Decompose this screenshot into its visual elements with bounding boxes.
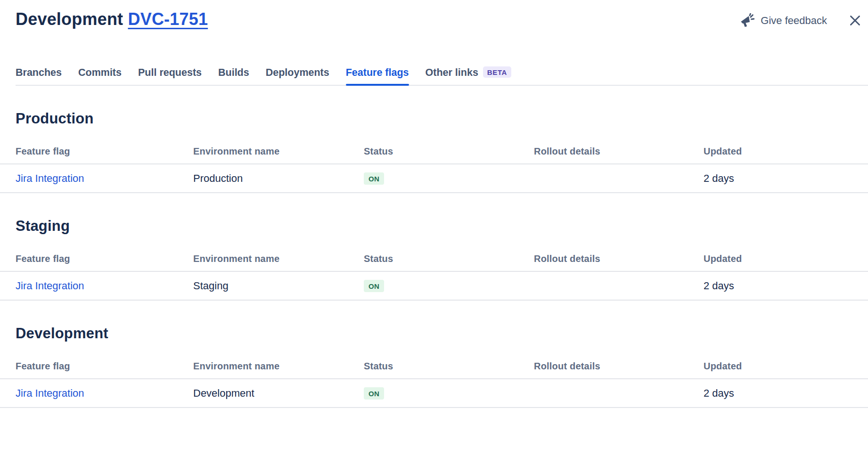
page-title-text: Development bbox=[16, 9, 123, 29]
table-row: Jira Integration Production ON 2 days bbox=[0, 164, 868, 193]
feature-flag-link[interactable]: Jira Integration bbox=[16, 280, 84, 292]
table-row: Jira Integration Staging ON 2 days bbox=[0, 271, 868, 300]
page-title: Development DVC-1751 bbox=[16, 8, 208, 30]
status-cell: ON bbox=[364, 164, 534, 193]
feature-flags-content: Production Feature flag Environment name… bbox=[0, 109, 868, 408]
column-header-environment-name: Environment name bbox=[193, 343, 364, 379]
beta-badge: BETA bbox=[483, 66, 511, 78]
issue-key-link[interactable]: DVC-1751 bbox=[128, 9, 208, 29]
tab-label: Feature flags bbox=[346, 67, 409, 79]
status-badge: ON bbox=[364, 280, 384, 292]
tab-deployments[interactable]: Deployments bbox=[266, 67, 329, 85]
status-badge: ON bbox=[364, 387, 384, 400]
column-header-rollout-details: Rollout details bbox=[534, 128, 704, 164]
environment-name-cell: Staging bbox=[193, 271, 364, 300]
column-header-updated: Updated bbox=[704, 236, 868, 271]
environment-name-cell: Production bbox=[193, 164, 364, 193]
dev-panel-tabs: Branches Commits Pull requests Builds De… bbox=[16, 67, 868, 86]
environment-name-cell: Development bbox=[193, 379, 364, 408]
feature-flag-cell: Jira Integration bbox=[0, 164, 193, 193]
tab-branches[interactable]: Branches bbox=[16, 67, 62, 85]
column-header-status: Status bbox=[364, 343, 534, 379]
column-header-environment-name: Environment name bbox=[193, 128, 364, 164]
close-button[interactable] bbox=[847, 12, 863, 29]
tab-label: Commits bbox=[78, 67, 122, 79]
status-badge: ON bbox=[364, 172, 384, 185]
feature-flag-cell: Jira Integration bbox=[0, 379, 193, 408]
status-cell: ON bbox=[364, 271, 534, 300]
column-header-feature-flag: Feature flag bbox=[0, 128, 193, 164]
give-feedback-label: Give feedback bbox=[761, 15, 827, 27]
feature-flag-cell: Jira Integration bbox=[0, 271, 193, 300]
environment-section: Development Feature flag Environment nam… bbox=[0, 324, 868, 408]
status-cell: ON bbox=[364, 379, 534, 408]
column-header-feature-flag: Feature flag bbox=[0, 236, 193, 271]
rollout-details-cell bbox=[534, 379, 704, 408]
rollout-details-cell bbox=[534, 164, 704, 193]
feature-flags-table: Feature flag Environment name Status Rol… bbox=[0, 343, 868, 408]
dialog-header: Development DVC-1751 Give feedback bbox=[0, 8, 868, 30]
close-icon bbox=[849, 14, 861, 27]
section-heading: Development bbox=[16, 324, 868, 343]
environment-section: Production Feature flag Environment name… bbox=[0, 109, 868, 193]
feature-flag-link[interactable]: Jira Integration bbox=[16, 387, 84, 399]
tab-label: Branches bbox=[16, 67, 62, 79]
tab-builds[interactable]: Builds bbox=[218, 67, 249, 85]
column-header-rollout-details: Rollout details bbox=[534, 236, 704, 271]
tab-feature-flags[interactable]: Feature flags bbox=[346, 67, 409, 85]
table-header-row: Feature flag Environment name Status Rol… bbox=[0, 236, 868, 271]
table-header-row: Feature flag Environment name Status Rol… bbox=[0, 128, 868, 164]
development-dialog: Development DVC-1751 Give feedback bbox=[0, 0, 868, 408]
section-heading: Staging bbox=[16, 217, 868, 236]
rollout-details-cell bbox=[534, 271, 704, 300]
give-feedback-button[interactable]: Give feedback bbox=[739, 13, 827, 28]
column-header-status: Status bbox=[364, 128, 534, 164]
section-heading: Production bbox=[16, 109, 868, 128]
feature-flags-table: Feature flag Environment name Status Rol… bbox=[0, 236, 868, 301]
environment-section: Staging Feature flag Environment name St… bbox=[0, 217, 868, 301]
column-header-environment-name: Environment name bbox=[193, 236, 364, 271]
tab-label: Other links bbox=[426, 67, 478, 79]
column-header-rollout-details: Rollout details bbox=[534, 343, 704, 379]
column-header-feature-flag: Feature flag bbox=[0, 343, 193, 379]
column-header-updated: Updated bbox=[704, 343, 868, 379]
column-header-status: Status bbox=[364, 236, 534, 271]
column-header-updated: Updated bbox=[704, 128, 868, 164]
tab-label: Pull requests bbox=[138, 67, 202, 79]
header-actions: Give feedback bbox=[739, 12, 863, 29]
updated-cell: 2 days bbox=[704, 379, 868, 408]
feature-flags-table: Feature flag Environment name Status Rol… bbox=[0, 128, 868, 193]
table-row: Jira Integration Development ON 2 days bbox=[0, 379, 868, 408]
table-header-row: Feature flag Environment name Status Rol… bbox=[0, 343, 868, 379]
tab-other-links[interactable]: Other links BETA bbox=[426, 67, 511, 85]
updated-cell: 2 days bbox=[704, 164, 868, 193]
updated-cell: 2 days bbox=[704, 271, 868, 300]
tab-label: Deployments bbox=[266, 67, 329, 79]
tab-pull-requests[interactable]: Pull requests bbox=[138, 67, 202, 85]
megaphone-icon bbox=[739, 13, 754, 28]
tab-commits[interactable]: Commits bbox=[78, 67, 122, 85]
feature-flag-link[interactable]: Jira Integration bbox=[16, 172, 84, 184]
tab-label: Builds bbox=[218, 67, 249, 79]
